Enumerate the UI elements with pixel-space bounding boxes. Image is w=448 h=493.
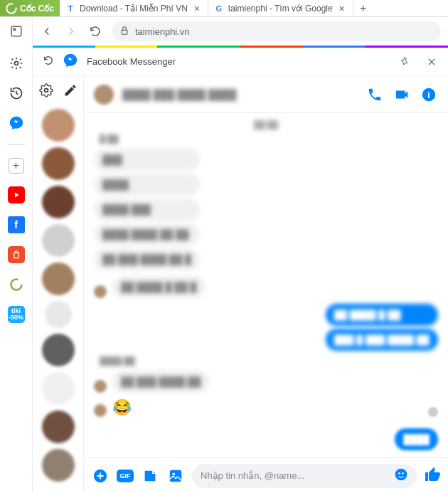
message-bubble[interactable]: ██ ███ ████ ██ █: [94, 248, 200, 270]
svg-rect-2: [13, 28, 16, 31]
browser-logo-text: Cốc Cốc: [20, 4, 54, 14]
tab-title: taimienphi - Tìm với Google: [228, 4, 333, 14]
call-button[interactable]: [366, 85, 384, 104]
conversation-avatar[interactable]: [42, 410, 75, 443]
messenger-title: Facebook Messenger: [87, 56, 384, 67]
gif-button[interactable]: GIF: [117, 470, 134, 482]
conversation-avatar[interactable]: [45, 301, 72, 328]
reload-button[interactable]: [88, 24, 102, 38]
rail-top-icon[interactable]: [0, 17, 33, 46]
lock-icon: [119, 26, 129, 38]
conversation-avatar[interactable]: [42, 186, 75, 218]
address-row: taimienphi.vn: [0, 17, 448, 46]
coccoc-shortcut[interactable]: [8, 276, 25, 293]
youtube-shortcut[interactable]: [8, 186, 25, 203]
settings-icon[interactable]: [8, 55, 25, 72]
history-icon[interactable]: [8, 85, 25, 102]
sender-name: █ ██: [100, 134, 438, 143]
conversation-avatar[interactable]: [42, 449, 75, 482]
conversation-avatar[interactable]: [42, 109, 75, 142]
left-rail: + f tiki-50%: [0, 48, 33, 493]
back-button[interactable]: [40, 24, 54, 38]
browser-logo: Cốc Cốc: [0, 0, 60, 16]
reaction-row: 😂: [94, 398, 438, 417]
conversation-list[interactable]: [33, 76, 84, 493]
tab-0[interactable]: T Download - Tải Miễn Phí VN ×: [60, 0, 208, 16]
chat-avatar[interactable]: [94, 85, 114, 105]
message-group-right: ██ ████ █ ██ ███ █ ███ ████ ██: [94, 304, 438, 351]
chat-scroll[interactable]: ██:██ █ ██ ███ ████ ████ ███ ████ ████ █…: [84, 113, 448, 457]
tab-favicon: G: [214, 4, 224, 14]
close-icon[interactable]: ×: [192, 4, 202, 14]
conversation-avatar[interactable]: [42, 334, 75, 366]
message-bubble[interactable]: ████: [94, 174, 200, 196]
tiki-shortcut[interactable]: tiki-50%: [8, 306, 25, 323]
url-input[interactable]: taimienphi.vn: [112, 21, 441, 41]
close-icon[interactable]: ×: [337, 4, 347, 14]
message-group-left: ██ ████ █ ██ █: [94, 276, 438, 298]
message-placeholder: Nhập tin nhắn, @name...: [201, 470, 304, 481]
panel-reload-button[interactable]: [43, 55, 54, 69]
svg-point-5: [11, 280, 21, 290]
sticker-button[interactable]: [141, 467, 159, 485]
close-panel-button[interactable]: [425, 55, 438, 68]
message-bubble[interactable]: ████: [395, 428, 438, 450]
emoji-picker-button[interactable]: [394, 467, 408, 484]
messenger-icon[interactable]: [8, 115, 25, 132]
panel-icon: [10, 25, 23, 38]
video-call-button[interactable]: [393, 85, 411, 104]
settings-button[interactable]: [38, 82, 55, 99]
message-group-left: ███ ████ ████ ███ ████ ████ ██ ██ ██ ███…: [94, 149, 438, 270]
svg-point-12: [395, 469, 407, 481]
tab-title: Download - Tải Miễn Phí VN: [80, 4, 188, 14]
messenger-panel: Facebook Messenger: [33, 48, 448, 493]
messenger-logo-icon: [63, 53, 78, 71]
svg-point-13: [398, 472, 400, 475]
like-button[interactable]: [424, 466, 441, 486]
pin-button[interactable]: [398, 55, 411, 68]
forward-button: [64, 24, 78, 38]
seen-indicator: [428, 407, 438, 417]
sender-name: ████ ██: [100, 356, 438, 365]
rail-divider: [8, 144, 25, 145]
message-input[interactable]: Nhập tin nhắn, @name...: [192, 464, 417, 488]
svg-point-0: [6, 4, 16, 13]
svg-point-11: [172, 472, 175, 475]
facebook-shortcut[interactable]: f: [8, 216, 25, 233]
add-attachment-button[interactable]: [91, 467, 110, 485]
browser-tabs-bar: Cốc Cốc T Download - Tải Miễn Phí VN × G…: [0, 0, 448, 17]
info-button[interactable]: i: [420, 85, 438, 104]
conversation-avatar[interactable]: [42, 263, 75, 295]
svg-point-6: [44, 89, 48, 92]
conversation-avatar[interactable]: [42, 372, 75, 405]
conversation-avatar[interactable]: [42, 224, 75, 257]
message-bubble[interactable]: ██ ███ ████ ██: [112, 371, 209, 393]
new-tab-button[interactable]: +: [353, 0, 373, 16]
conversation-avatar[interactable]: [42, 147, 75, 180]
chat-name[interactable]: ████ ███ ████ ████: [122, 89, 357, 100]
message-avatar: [94, 285, 107, 298]
chat-header: ████ ███ ████ ████ i: [84, 76, 448, 113]
shopee-shortcut[interactable]: [8, 246, 25, 263]
add-shortcut-button[interactable]: +: [9, 158, 24, 174]
message-avatar: [94, 404, 107, 417]
message-bubble[interactable]: ███: [94, 149, 200, 171]
tab-1[interactable]: G taimienphi - Tìm với Google ×: [208, 0, 353, 16]
message-bubble[interactable]: ██ ████ █ ██ █: [112, 276, 206, 298]
message-group-right: ████: [94, 428, 438, 450]
timestamp: ██:██: [254, 120, 278, 129]
messenger-body: ████ ███ ████ ████ i ██:██ █ ██ ███ ████…: [33, 76, 448, 493]
address-bar: taimienphi.vn: [33, 17, 448, 46]
svg-rect-10: [170, 470, 182, 482]
image-button[interactable]: [166, 467, 185, 485]
svg-rect-1: [11, 26, 21, 36]
message-bubble[interactable]: ██ ████ █ ██: [326, 304, 438, 326]
message-avatar: [94, 380, 107, 393]
message-bubble[interactable]: ████ ███: [94, 198, 200, 221]
message-bubble[interactable]: ███ █ ███ ████ ██: [326, 329, 438, 351]
message-group-left: ██ ███ ████ ██: [94, 371, 438, 393]
emoji-reaction[interactable]: 😂: [112, 398, 132, 417]
compose-button[interactable]: [62, 82, 79, 99]
svg-rect-3: [122, 30, 127, 34]
message-bubble[interactable]: ████ ████ ██ ██: [94, 223, 200, 245]
